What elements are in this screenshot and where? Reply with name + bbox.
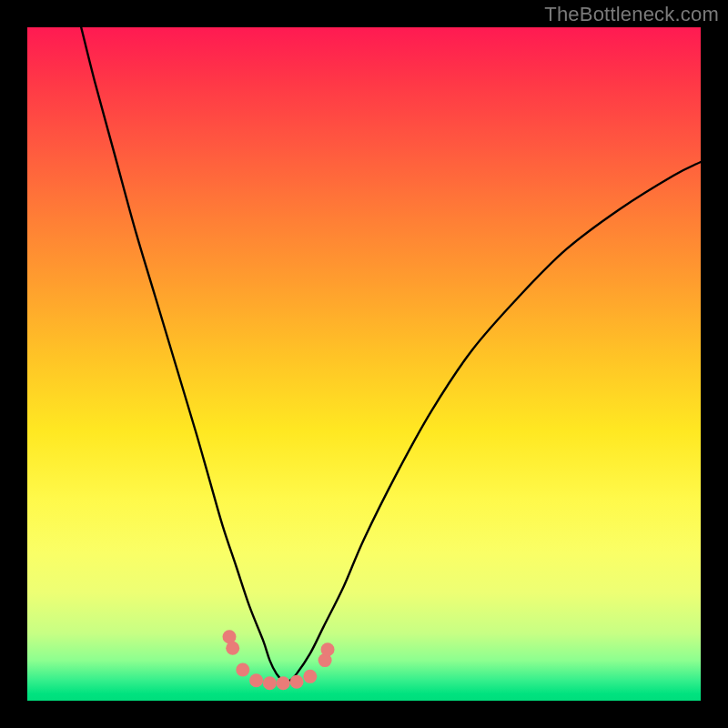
data-point: [321, 642, 335, 656]
data-point: [277, 676, 290, 690]
curve-layer: [27, 27, 701, 701]
data-point: [303, 670, 317, 683]
data-point: [236, 662, 249, 676]
data-point: [249, 673, 263, 687]
data-point: [226, 642, 239, 655]
bottleneck-curve: [81, 27, 701, 682]
data-point: [263, 676, 277, 690]
data-point: [290, 675, 304, 689]
watermark-text: TheBottleneck.com: [544, 3, 719, 26]
plot-area: [27, 27, 701, 701]
chart-frame: TheBottleneck.com: [0, 0, 728, 728]
